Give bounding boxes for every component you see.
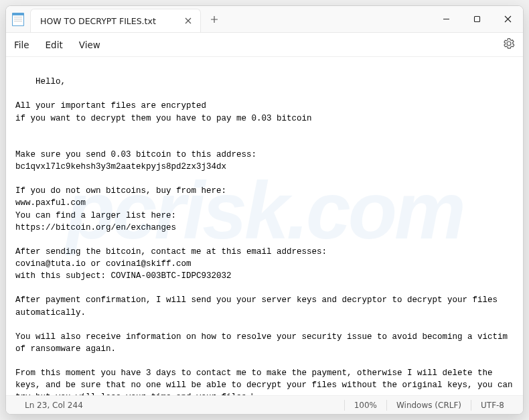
status-eol[interactable]: Windows (CRLF) <box>387 401 471 410</box>
status-position: Ln 23, Col 244 <box>15 401 92 410</box>
menu-view[interactable]: View <box>79 40 100 50</box>
menu-file[interactable]: File <box>14 40 29 50</box>
menubar: File Edit View <box>6 33 523 57</box>
window-controls <box>431 6 523 32</box>
app-icon <box>6 6 30 32</box>
tab-title: HOW TO DECRYPT FILES.txt <box>40 16 156 26</box>
minimize-button[interactable] <box>431 6 461 32</box>
notepad-icon <box>12 13 24 26</box>
notepad-window: HOW TO DECRYPT FILES.txt File Edit View <box>5 5 524 415</box>
maximize-button[interactable] <box>461 6 492 32</box>
status-encoding[interactable]: UTF-8 <box>471 401 514 410</box>
settings-button[interactable] <box>503 38 515 52</box>
add-tab-button[interactable] <box>202 6 226 32</box>
menu-edit[interactable]: Edit <box>46 40 63 50</box>
close-button[interactable] <box>492 6 523 32</box>
titlebar-drag-area[interactable] <box>226 6 431 32</box>
status-zoom[interactable]: 100% <box>345 401 386 410</box>
gear-icon <box>503 38 515 50</box>
text-editor-area[interactable]: Hello, All your important files are encr… <box>6 57 523 395</box>
statusbar: Ln 23, Col 244 100% Windows (CRLF) UTF-8 <box>6 395 523 414</box>
svg-rect-0 <box>474 17 479 22</box>
text-caret <box>252 393 255 395</box>
tab-close-button[interactable] <box>183 15 194 26</box>
titlebar[interactable]: HOW TO DECRYPT FILES.txt <box>6 6 523 33</box>
document-text: Hello, All your important files are encr… <box>15 77 518 395</box>
tab-active[interactable]: HOW TO DECRYPT FILES.txt <box>30 9 201 32</box>
